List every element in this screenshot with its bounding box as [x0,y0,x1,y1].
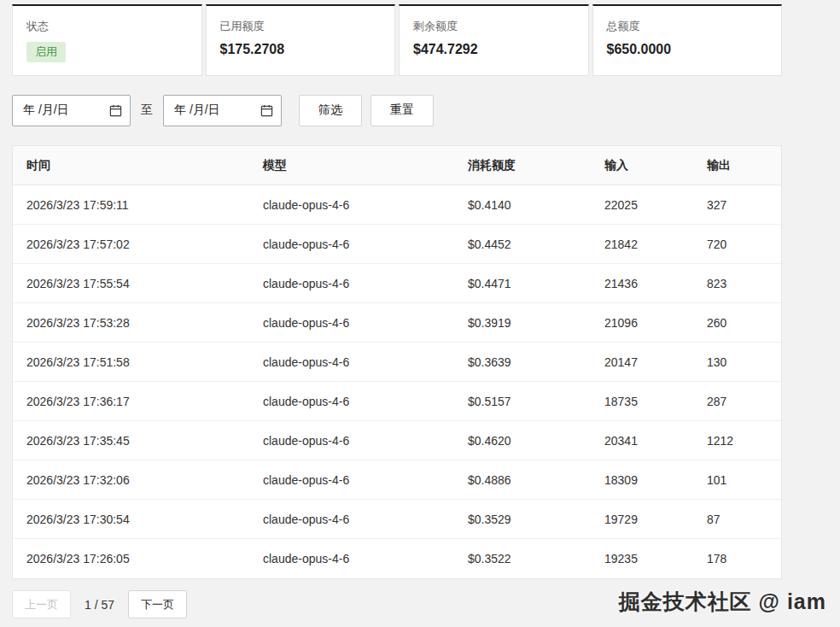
table-cell: 327 [693,198,781,212]
table-cell: 2026/3/23 17:53:28 [13,316,249,330]
column-header-output: 输出 [693,158,781,173]
reset-button[interactable]: 重置 [370,95,434,126]
stat-value: $175.2708 [220,42,382,57]
table-cell: $0.3919 [454,316,591,330]
table-cell: 130 [693,355,781,369]
table-cell: claude-opus-4-6 [249,552,454,565]
table-cell: claude-opus-4-6 [249,237,454,251]
table-row: 2026/3/23 17:53:28claude-opus-4-6$0.3919… [13,303,781,343]
table-header-row: 时间 模型 消耗额度 输入 输出 [13,146,781,185]
table-cell: claude-opus-4-6 [249,395,454,408]
table-row: 2026/3/23 17:36:17claude-opus-4-6$0.5157… [13,382,781,421]
table-row: 2026/3/23 17:30:54claude-opus-4-6$0.3529… [13,500,781,539]
table-cell: 2026/3/23 17:59:11 [13,198,249,212]
usage-table-body: 2026/3/23 17:59:11claude-opus-4-6$0.4140… [13,185,781,578]
table-cell: 2026/3/23 17:26:05 [13,552,249,565]
table-cell: 20341 [591,434,693,448]
filter-bar: 年 /月/日 至 年 /月/日 筛选 [12,94,794,126]
stat-label: 状态 [26,19,188,34]
table-cell: claude-opus-4-6 [249,513,454,526]
table-row: 2026/3/23 17:57:02claude-opus-4-6$0.4452… [13,225,781,264]
table-cell: 18735 [591,395,693,408]
stat-value: $650.0000 [607,42,768,57]
page-indicator: 1 / 57 [85,598,114,612]
table-row: 2026/3/23 17:26:05claude-opus-4-6$0.3522… [13,539,781,578]
table-cell: claude-opus-4-6 [249,277,454,290]
table-row: 2026/3/23 17:35:45claude-opus-4-6$0.4620… [13,421,781,460]
table-cell: $0.4620 [454,434,591,448]
filter-button[interactable]: 筛选 [299,95,362,126]
pagination: 上一页 1 / 57 下一页 [12,590,794,618]
date-placeholder: 年 /月/日 [23,103,69,118]
table-cell: 87 [693,513,781,526]
table-row: 2026/3/23 17:51:58claude-opus-4-6$0.3639… [13,343,781,382]
table-cell: 178 [693,552,781,565]
prev-page-button[interactable]: 上一页 [12,590,71,618]
table-cell: 1212 [693,434,781,448]
table-cell: claude-opus-4-6 [249,198,454,212]
stat-label: 总额度 [607,19,768,34]
table-cell: 21436 [591,277,693,290]
table-cell: $0.3529 [454,513,591,526]
stat-card-status: 状态 启用 [12,4,202,76]
table-row: 2026/3/23 17:32:06claude-opus-4-6$0.4886… [13,460,781,500]
column-header-time: 时间 [13,158,249,173]
table-cell: $0.4140 [454,198,591,212]
table-row: 2026/3/23 17:59:11claude-opus-4-6$0.4140… [13,185,781,225]
table-cell: 2026/3/23 17:57:02 [13,237,249,251]
table-cell: $0.4452 [454,237,591,251]
table-cell: 20147 [591,355,693,369]
usage-dashboard: 状态 启用 已用额度 $175.2708 剩余额度 $474.7292 总额度 … [0,0,794,618]
table-cell: 2026/3/23 17:30:54 [13,513,249,526]
end-date-input[interactable]: 年 /月/日 [163,95,282,126]
table-cell: $0.4886 [454,473,591,487]
table-cell: $0.3522 [454,552,591,565]
table-cell: 19729 [591,513,693,526]
table-cell: $0.5157 [454,395,591,408]
table-cell: 287 [693,395,781,408]
table-cell: 2026/3/23 17:55:54 [13,277,249,290]
stat-card-used-quota: 已用额度 $175.2708 [206,4,396,76]
table-cell: 18309 [591,473,693,487]
column-header-cost: 消耗额度 [454,158,591,173]
table-cell: 21842 [591,237,693,251]
table-cell: 720 [693,237,781,251]
table-cell: 823 [693,277,781,290]
table-cell: 260 [693,316,781,330]
next-page-button[interactable]: 下一页 [128,590,187,618]
table-cell: claude-opus-4-6 [249,473,454,487]
calendar-icon[interactable] [260,104,273,117]
table-cell: 21096 [591,316,693,330]
table-cell: $0.4471 [454,277,591,290]
table-cell: claude-opus-4-6 [249,316,454,330]
column-header-input: 输入 [591,158,693,173]
date-range-to-label: 至 [141,103,153,118]
table-cell: 101 [693,473,781,487]
stat-label: 剩余额度 [413,19,575,34]
stat-value: $474.7292 [413,42,575,57]
table-cell: 2026/3/23 17:32:06 [13,473,249,487]
date-placeholder: 年 /月/日 [174,103,220,118]
stat-card-total-quota: 总额度 $650.0000 [592,4,783,76]
table-row: 2026/3/23 17:55:54claude-opus-4-6$0.4471… [13,264,781,303]
table-cell: 2026/3/23 17:35:45 [13,434,249,448]
table-cell: claude-opus-4-6 [249,434,454,448]
start-date-input[interactable]: 年 /月/日 [12,95,131,126]
calendar-icon[interactable] [109,104,122,117]
table-cell: 2026/3/23 17:51:58 [13,355,249,369]
stat-label: 已用额度 [220,19,382,34]
column-header-model: 模型 [249,158,454,173]
status-badge: 启用 [26,42,66,62]
table-cell: 19235 [591,552,693,565]
table-cell: claude-opus-4-6 [249,355,454,369]
stat-card-remaining-quota: 剩余额度 $474.7292 [399,4,589,76]
table-cell: 22025 [591,198,693,212]
table-cell: 2026/3/23 17:36:17 [13,395,249,408]
stats-row: 状态 启用 已用额度 $175.2708 剩余额度 $474.7292 总额度 … [12,4,782,76]
usage-table: 时间 模型 消耗额度 输入 输出 2026/3/23 17:59:11claud… [12,145,782,579]
table-cell: $0.3639 [454,355,591,369]
